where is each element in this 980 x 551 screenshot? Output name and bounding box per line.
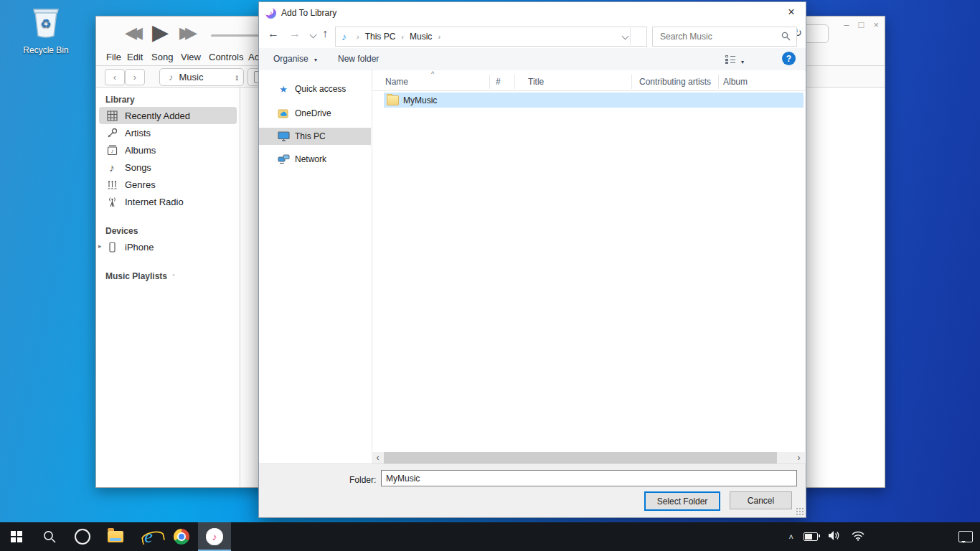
media-kind-label: Music bbox=[179, 72, 204, 83]
file-list: ^ Name # Title Contributing artists Albu… bbox=[372, 70, 805, 452]
nav-item-network[interactable]: Network bbox=[259, 151, 371, 168]
wifi-icon[interactable] bbox=[851, 530, 865, 544]
caret-down-icon: ▾ bbox=[741, 59, 744, 65]
taskbar-search-button[interactable] bbox=[33, 522, 66, 551]
start-button[interactable] bbox=[0, 522, 33, 551]
folder-name-input[interactable] bbox=[381, 470, 797, 486]
chevron-down-icon: ˆ bbox=[172, 273, 174, 281]
resize-grip[interactable] bbox=[796, 508, 804, 515]
column-number[interactable]: # bbox=[496, 77, 501, 87]
itunes-window-controls: – □ × bbox=[844, 19, 879, 30]
iphone-icon bbox=[105, 240, 118, 253]
horizontal-scrollbar[interactable]: ‹ › bbox=[372, 452, 805, 464]
recycle-bin-desktop-icon[interactable]: ♻ Recycle Bin bbox=[20, 4, 72, 55]
internet-explorer-button[interactable]: e bbox=[132, 522, 165, 551]
view-mode-button[interactable]: ▾ bbox=[725, 55, 744, 66]
file-explorer-button[interactable] bbox=[99, 522, 132, 551]
fast-forward-icon[interactable]: ▶▶ bbox=[179, 24, 191, 42]
action-center-icon[interactable] bbox=[958, 531, 973, 542]
dialog-navbar: ← → ↑ ♪ › This PC › Music › ↻ bbox=[259, 24, 806, 48]
forward-button[interactable]: → bbox=[289, 27, 301, 40]
nav-item-onedrive[interactable]: OneDrive bbox=[259, 105, 371, 122]
recent-locations-chevron-icon[interactable] bbox=[310, 32, 317, 39]
help-button[interactable]: ? bbox=[782, 52, 796, 65]
sidebar-item-label: Recently Added bbox=[125, 110, 190, 121]
address-bar[interactable]: ♪ › This PC › Music › bbox=[335, 27, 647, 47]
menu-view[interactable]: View bbox=[181, 52, 201, 62]
scroll-left-icon[interactable]: ‹ bbox=[372, 452, 384, 464]
menu-edit[interactable]: Edit bbox=[127, 52, 143, 62]
organise-button[interactable]: Organise ▾ bbox=[273, 54, 317, 64]
grid-icon bbox=[105, 109, 118, 122]
sidebar-item-label: iPhone bbox=[125, 242, 154, 253]
column-contributing-artists[interactable]: Contributing artists bbox=[639, 77, 711, 87]
cancel-button[interactable]: Cancel bbox=[730, 491, 792, 509]
album-icon: ♪ bbox=[105, 143, 118, 156]
this-pc-icon bbox=[276, 131, 291, 141]
close-icon[interactable]: × bbox=[781, 4, 801, 20]
divider bbox=[630, 28, 631, 45]
select-folder-button[interactable]: Select Folder bbox=[644, 491, 720, 511]
maximize-icon[interactable]: □ bbox=[859, 19, 864, 30]
minimize-icon[interactable]: – bbox=[844, 19, 849, 30]
back-button[interactable]: ← bbox=[268, 27, 279, 40]
genres-icon bbox=[105, 178, 118, 191]
column-album[interactable]: Album bbox=[723, 77, 748, 87]
sort-ascending-icon: ^ bbox=[431, 70, 434, 77]
search-icon[interactable] bbox=[781, 32, 791, 43]
search-input[interactable] bbox=[659, 29, 776, 44]
column-name[interactable]: Name bbox=[385, 77, 408, 87]
itunes-back-button[interactable]: ‹ bbox=[105, 69, 125, 85]
volume-icon[interactable] bbox=[828, 530, 841, 544]
up-button[interactable]: ↑ bbox=[322, 27, 328, 40]
music-playlists-header[interactable]: Music Playlists ˆ bbox=[105, 271, 240, 281]
menu-controls[interactable]: Controls bbox=[209, 52, 243, 62]
divider bbox=[489, 75, 490, 89]
menu-file[interactable]: File bbox=[106, 52, 121, 62]
new-folder-button[interactable]: New folder bbox=[338, 54, 379, 64]
network-icon bbox=[276, 154, 291, 164]
note-icon: ♪ bbox=[105, 161, 118, 174]
file-row-mymusic[interactable]: MyMusic bbox=[384, 93, 804, 108]
close-icon[interactable]: × bbox=[873, 19, 879, 30]
folder-field-label: Folder: bbox=[349, 475, 376, 485]
nav-item-quick-access[interactable]: ★ Quick access bbox=[259, 80, 371, 98]
media-kind-selector[interactable]: ♪ Music ▴▾ bbox=[159, 68, 244, 86]
sidebar-item-genres[interactable]: Genres bbox=[99, 176, 237, 193]
sidebar-item-internet-radio[interactable]: Internet Radio bbox=[99, 193, 237, 210]
scroll-right-icon[interactable]: › bbox=[793, 452, 805, 464]
battery-icon[interactable] bbox=[804, 532, 818, 541]
itunes-forward-button[interactable]: › bbox=[125, 69, 145, 85]
sidebar-item-albums[interactable]: ♪ Albums bbox=[99, 141, 237, 159]
sidebar-item-label: Songs bbox=[125, 162, 151, 173]
expand-arrow-icon[interactable]: ▸ bbox=[98, 242, 102, 250]
menu-song[interactable]: Song bbox=[151, 52, 173, 62]
recycle-bin-icon: ♻ bbox=[20, 4, 72, 45]
list-view-icon bbox=[725, 55, 735, 64]
chrome-button[interactable] bbox=[165, 522, 198, 551]
svg-text:♪: ♪ bbox=[110, 148, 113, 154]
cortana-icon bbox=[75, 529, 90, 545]
rewind-icon[interactable]: ◀◀ bbox=[125, 24, 136, 42]
scrollbar-thumb[interactable] bbox=[384, 452, 777, 464]
divider bbox=[631, 75, 632, 89]
play-icon[interactable]: ▶ bbox=[152, 19, 162, 44]
library-header: Library bbox=[105, 95, 240, 105]
breadcrumb-music[interactable]: Music bbox=[410, 32, 432, 42]
itunes-taskbar-button[interactable]: ♪ bbox=[198, 522, 231, 551]
column-title[interactable]: Title bbox=[528, 77, 544, 87]
sidebar-item-songs[interactable]: ♪ Songs bbox=[99, 159, 237, 176]
address-dropdown-icon[interactable] bbox=[622, 33, 629, 40]
breadcrumb-this-pc[interactable]: This PC bbox=[365, 32, 396, 42]
sidebar-item-artists[interactable]: Artists bbox=[99, 124, 237, 141]
tray-expand-icon[interactable]: ˄ bbox=[789, 532, 793, 541]
sidebar-item-recently-added[interactable]: Recently Added bbox=[99, 107, 237, 124]
desktop: ♻ Recycle Bin ◀◀ ▶ ▶▶ File Edit Song Vie… bbox=[0, 0, 980, 551]
dialog-title: Add To Library bbox=[281, 8, 336, 18]
cortana-button[interactable] bbox=[66, 522, 99, 551]
sidebar-item-iphone[interactable]: ▸ iPhone bbox=[99, 238, 237, 255]
sidebar-item-label: Internet Radio bbox=[125, 197, 184, 207]
nav-item-this-pc[interactable]: This PC bbox=[259, 128, 371, 145]
caret-down-icon: ▾ bbox=[314, 57, 317, 63]
divider bbox=[718, 75, 719, 89]
